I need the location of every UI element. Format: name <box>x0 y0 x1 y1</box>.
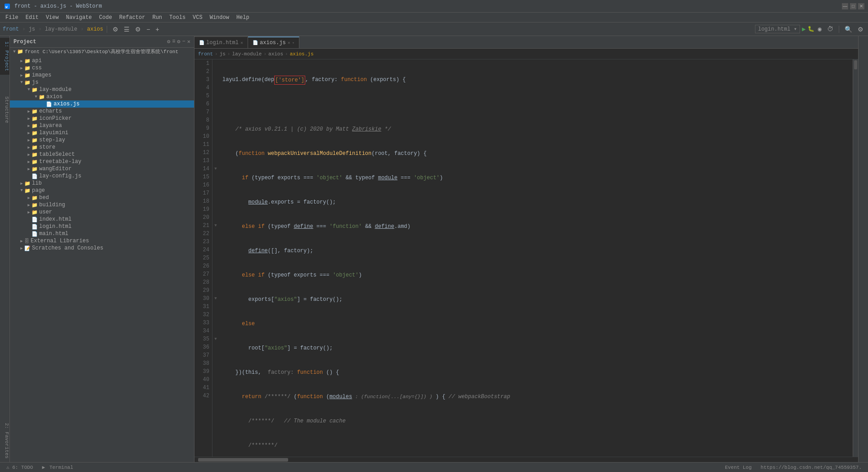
gear-button[interactable]: ⚙ <box>133 25 143 34</box>
code-content[interactable]: layu1.define(dep['store'], factory: func… <box>219 59 853 457</box>
tree-item-scratches[interactable]: ▶ 📝 Scratches and Consoles <box>10 245 194 252</box>
bottom-tabs: ⚠ 6: TODO ▶ Terminal Event Log https://b… <box>0 462 868 472</box>
menu-item-edit[interactable]: Edit <box>22 14 42 22</box>
layout-button[interactable]: ☰ <box>122 25 131 34</box>
breadcrumb-sep3: › <box>263 51 267 57</box>
tree-arrow-store: ▶ <box>26 145 32 150</box>
tree-icon-collapse[interactable]: ≡ <box>172 38 175 45</box>
tab-login-html[interactable]: 📄 login.html ✕ <box>194 36 248 48</box>
menu-item-tools[interactable]: Tools <box>166 14 189 22</box>
tree-root[interactable]: ▼ 📁 front C:\Users\13057\Desktop\高校学生宿舍管… <box>10 48 194 55</box>
tree-item-api[interactable]: ▶ 📁 api <box>10 57 194 64</box>
menu-item-vcs[interactable]: VCS <box>189 14 206 22</box>
tree-item-lay-config[interactable]: 📄 lay-config.js <box>10 172 194 180</box>
h-scrollbar-thumb[interactable] <box>198 458 288 462</box>
maximize-button[interactable]: □ <box>850 3 856 9</box>
plus-button[interactable]: + <box>154 25 161 34</box>
sidebar-item-favorites[interactable]: 2: Favorites <box>0 419 9 462</box>
tree-item-js[interactable]: ▼ 📁 js <box>10 79 194 86</box>
toolbar-axios[interactable]: axios <box>87 26 103 32</box>
bottom-tab-eventlog[interactable]: Event Log <box>720 464 756 471</box>
folder-icon-step-lay: 📁 <box>32 137 38 143</box>
breadcrumb-axios[interactable]: axios <box>268 51 283 57</box>
code-line-6: module.exports = factory(); <box>222 198 849 206</box>
bottom-tab-todo[interactable]: ⚠ 6: TODO <box>2 463 37 471</box>
tree-label-treetable-lay: treetable-lay <box>39 159 81 165</box>
profile-button[interactable]: ⏱ <box>825 25 835 34</box>
tree-item-external-libs[interactable]: ▶ 🗄 External Libraries <box>10 237 194 245</box>
tree-item-lay-module[interactable]: ▼ 📁 lay-module <box>10 86 194 93</box>
tree-item-building[interactable]: ▶ 📁 building <box>10 201 194 209</box>
tree-item-css[interactable]: ▶ 📁 css <box>10 64 194 72</box>
menu-item-help[interactable]: Help <box>233 14 253 22</box>
breadcrumb-axiosjs[interactable]: axios.js <box>290 51 314 57</box>
settings2-button[interactable]: ⚙ <box>856 25 865 34</box>
toolbar-js[interactable]: js <box>29 26 35 32</box>
run-config-dropdown[interactable]: login.html ▾ <box>755 25 800 33</box>
tree-item-login-html[interactable]: 📄 login.html <box>10 223 194 230</box>
tree-item-step-lay[interactable]: ▶ 📁 step-lay <box>10 136 194 144</box>
sidebar-item-project[interactable]: 1: Project <box>0 38 9 75</box>
code-editor[interactable]: 1 2 3 4 5 6 7 8 9 10 11 12 13 14 15 16 1 <box>194 59 858 457</box>
file-icon-main-html: 📄 <box>32 231 38 237</box>
run-button[interactable]: ▶ <box>802 25 805 33</box>
tab-login-html-icon: 📄 <box>199 40 204 45</box>
tree-item-store[interactable]: ▶ 📁 store <box>10 144 194 151</box>
tree-icon-gear[interactable]: ⚙ <box>177 38 180 45</box>
editor-scrollbar[interactable] <box>853 59 858 457</box>
tab-axios-js[interactable]: 📄 axios.js ✕ ▾ <box>248 36 299 48</box>
tree-item-axiosjs[interactable]: 📄 axios.js <box>10 100 194 108</box>
tree-icon-minus[interactable]: − <box>182 38 185 45</box>
breadcrumb-js[interactable]: js <box>220 51 226 57</box>
close-button[interactable]: ✕ <box>858 3 864 9</box>
tab-axios-js-pin[interactable]: ▾ <box>292 41 294 45</box>
tree-label-user: user <box>39 209 52 215</box>
tree-item-main-html[interactable]: 📄 main.html <box>10 230 194 237</box>
csdn-link[interactable]: https://blog.csdn.net/qq_74559357. <box>756 464 866 471</box>
tab-login-html-close[interactable]: ✕ <box>240 40 243 45</box>
minus-button[interactable]: − <box>145 25 152 34</box>
tree-item-index-html[interactable]: 📄 index.html <box>10 216 194 223</box>
folder-icon-store: 📁 <box>32 145 38 150</box>
horizontal-scrollbar[interactable] <box>194 457 858 462</box>
menu-item-file[interactable]: File <box>2 14 22 22</box>
menu-item-refactor[interactable]: Refactor <box>116 14 149 22</box>
search-button[interactable]: 🔍 <box>843 25 854 34</box>
minimize-button[interactable]: — <box>842 3 848 9</box>
bottom-tab-terminal[interactable]: ▶ Terminal <box>37 463 77 471</box>
tree-item-lib[interactable]: ▶ 📁 lib <box>10 180 194 187</box>
breadcrumb-front[interactable]: front <box>198 51 213 57</box>
tree-item-tableSelect[interactable]: ▶ 📁 tableSelect <box>10 151 194 158</box>
tree-item-echarts[interactable]: ▶ 📁 echarts <box>10 108 194 115</box>
menu-item-code[interactable]: Code <box>95 14 116 22</box>
toolbar-front[interactable]: front <box>3 26 19 32</box>
coverage-button[interactable]: ◉ <box>816 24 823 34</box>
main-layout: 1: Project Structure 2: Favorites Projec… <box>0 36 868 462</box>
settings-button[interactable]: ⚙ <box>111 25 120 34</box>
tree-icon-close[interactable]: ✕ <box>187 38 190 45</box>
menu-item-view[interactable]: View <box>42 14 63 22</box>
code-line-8: define([], factory); <box>222 247 849 255</box>
tree-item-layarea[interactable]: ▶ 📁 layarea <box>10 122 194 129</box>
folder-icon-treetable-lay: 📁 <box>32 159 38 165</box>
tree-item-wangEditor[interactable]: ▶ 📁 wangEditor <box>10 165 194 172</box>
tree-item-axios[interactable]: ▼ 📁 axios <box>10 93 194 100</box>
tree-item-treetable-lay[interactable]: ▶ 📁 treetable-lay <box>10 158 194 165</box>
menu-item-navigate[interactable]: Navigate <box>62 14 95 22</box>
sidebar-item-structure[interactable]: Structure <box>0 93 9 127</box>
tree-item-images[interactable]: ▶ 📁 images <box>10 72 194 79</box>
toolbar-lay-module[interactable]: lay-module <box>45 26 77 32</box>
tab-axios-js-close[interactable]: ✕ <box>288 40 290 45</box>
titlebar-controls[interactable]: — □ ✕ <box>842 3 864 9</box>
debug-button[interactable]: 🐛 <box>808 26 814 32</box>
menu-item-window[interactable]: Window <box>206 14 233 22</box>
tree-item-iconPicker[interactable]: ▶ 📁 iconPicker <box>10 115 194 122</box>
tree-item-user[interactable]: ▶ 📁 user <box>10 209 194 216</box>
tree-item-page[interactable]: ▼ 📁 page <box>10 187 194 194</box>
tree-icon-settings[interactable]: ⚙ <box>167 38 170 45</box>
menu-item-run[interactable]: Run <box>149 14 166 22</box>
breadcrumb-lay-module[interactable]: lay-module <box>232 51 262 57</box>
tree-item-bed[interactable]: ▶ 📁 bed <box>10 194 194 201</box>
tree-item-layuimini[interactable]: ▶ 📁 layuimini <box>10 129 194 136</box>
scrollbar-thumb[interactable] <box>854 60 857 69</box>
